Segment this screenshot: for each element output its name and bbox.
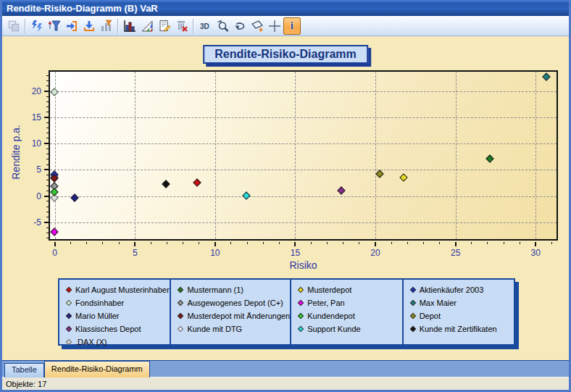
gridline-horizontal	[50, 222, 557, 223]
x-minor-tick	[504, 242, 504, 244]
y-minor-tick	[46, 101, 49, 102]
data-point-peter-pan[interactable]	[50, 228, 58, 236]
y-minor-tick	[46, 217, 49, 217]
data-point-support-kunde[interactable]	[242, 192, 250, 200]
x-minor-tick	[199, 242, 199, 244]
tab-rendite-risiko-diagramm[interactable]: Rendite-Risiko-Diagramm	[44, 361, 150, 378]
chart-filter-icon[interactable]	[98, 17, 115, 35]
status-object-count: Objekte: 17	[6, 380, 46, 388]
svg-text:3D: 3D	[200, 22, 209, 30]
x-major-tick	[455, 242, 457, 246]
data-point-kunde-mit-zertifikaten[interactable]	[162, 180, 170, 188]
zoom-icon[interactable]	[214, 17, 231, 35]
x-minor-tick	[327, 242, 328, 244]
legend-item-label: Musterdepot mit Änderungen	[187, 312, 290, 320]
y-minor-tick	[46, 233, 49, 233]
x-minor-tick	[359, 242, 359, 244]
legend-column: Karl August MusterinhaberFondsinhaberMar…	[59, 280, 171, 344]
x-tick-label: 0	[41, 248, 70, 258]
x-major-tick	[294, 242, 296, 246]
legend-marker-icon	[66, 326, 72, 332]
legend-item-label: Max Maier	[420, 299, 457, 307]
y-tick-label: -5	[18, 217, 41, 228]
legend-marker-icon	[178, 326, 183, 332]
data-point-kundendepot[interactable]	[50, 188, 58, 196]
legend-marker-icon	[409, 313, 415, 319]
data-point-musterdepot[interactable]	[399, 173, 407, 181]
legend-item-label: .DAX (X)	[75, 338, 107, 346]
legend-item-aktienkäufer-2003: Aktienkäufer 2003	[409, 283, 514, 296]
y-minor-tick	[46, 180, 49, 180]
data-point-fondsinhaber[interactable]	[50, 88, 58, 96]
x-minor-tick	[439, 242, 440, 244]
x-minor-tick	[102, 242, 103, 244]
data-point-mario-müller[interactable]	[71, 194, 79, 202]
x-tick-label: 10	[201, 248, 230, 258]
data-point-depot[interactable]	[375, 170, 383, 178]
data-point-mustermann-1[interactable]	[486, 154, 494, 162]
x-minor-tick	[343, 242, 343, 244]
legend-item-kunde-mit-dtg: Kunde mit DTG	[177, 322, 290, 335]
legend-marker-icon	[298, 313, 304, 319]
crosshair-icon[interactable]	[266, 17, 283, 35]
delete-icon[interactable]	[173, 17, 191, 35]
y-minor-tick	[46, 228, 49, 228]
y-tick-label: 10	[18, 138, 41, 149]
data-point-karl-august-musterinhaber[interactable]	[193, 178, 201, 186]
x-minor-tick	[551, 242, 552, 244]
data-point-max-maier[interactable]	[542, 72, 550, 80]
legend-item-karl-august-musterinhaber: Karl August Musterinhaber	[65, 283, 170, 296]
tab-tabelle[interactable]: Tabelle	[4, 363, 44, 378]
legend-item-peter-pan: Peter, Pan	[297, 296, 401, 309]
legend-item-musterdepot: Musterdepot	[297, 283, 401, 296]
window-title: Rendite-Risiko-Diagramm (B) VaR	[7, 3, 158, 14]
x-major-tick	[54, 242, 56, 246]
y-major-tick	[44, 91, 49, 92]
data-point-klassisches-depot[interactable]	[337, 186, 345, 194]
legend-item-label: Support Kunde	[307, 325, 360, 333]
legend-marker-icon	[409, 300, 415, 306]
select-mode-icon	[5, 17, 22, 35]
bar-chart-icon[interactable]	[121, 17, 138, 35]
legend-item-support-kunde: Support Kunde	[297, 322, 401, 335]
x-minor-tick	[279, 242, 280, 244]
legend-item-mustermann-1: Mustermann (1)	[177, 283, 290, 296]
export-down-icon[interactable]	[80, 17, 98, 35]
window-title-bar: Rendite-Risiko-Diagramm (B) VaR	[2, 0, 569, 16]
edit-annotations-icon[interactable]	[156, 17, 173, 35]
export-next-icon[interactable]	[63, 17, 80, 35]
y-tick-label: 20	[18, 86, 41, 96]
legend-item-label: Karl August Musterinhaber	[75, 285, 170, 294]
info-icon[interactable]: i	[283, 17, 301, 35]
x-major-tick	[134, 242, 136, 246]
y-minor-tick	[46, 133, 49, 133]
diagram-type-icon[interactable]	[138, 17, 156, 35]
y-minor-tick	[46, 75, 49, 76]
y-major-tick	[44, 143, 49, 144]
rotate-icon[interactable]	[231, 17, 249, 35]
y-minor-tick	[46, 207, 49, 207]
x-tick-label: 25	[441, 248, 470, 258]
x-minor-tick	[520, 242, 520, 244]
x-major-tick	[375, 242, 376, 246]
legend-column: MusterdepotPeter, PanKundendepotSupport …	[291, 280, 403, 344]
legend-marker-icon	[66, 313, 72, 319]
y-minor-tick	[46, 96, 49, 97]
chart-legend: Karl August MusterinhaberFondsinhaberMar…	[58, 278, 515, 346]
view-3d-icon[interactable]: 3D	[196, 17, 214, 35]
legend-marker-icon	[409, 326, 415, 332]
refresh-icon[interactable]	[28, 17, 46, 35]
legend-marker-icon	[178, 313, 183, 319]
legend-item-kundendepot: Kundendepot	[297, 309, 401, 322]
gridline-vertical	[535, 72, 536, 239]
gridline-vertical	[375, 72, 376, 239]
x-tick-label: 30	[521, 248, 550, 258]
perspective-icon[interactable]	[249, 17, 266, 35]
x-minor-tick	[70, 242, 71, 244]
legend-item-klassisches-depot: Klassisches Depot	[65, 322, 170, 335]
legend-item-label: Fondsinhaber	[75, 299, 124, 307]
legend-marker-icon	[298, 326, 304, 332]
filter-settings-icon[interactable]	[46, 17, 63, 35]
legend-item-label: Klassisches Depot	[75, 325, 141, 333]
y-minor-tick	[46, 138, 49, 138]
